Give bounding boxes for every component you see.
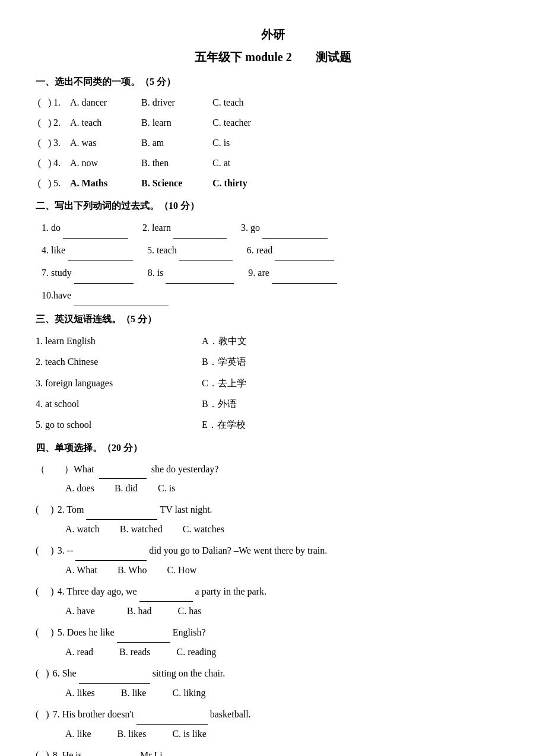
option-a: A. was	[70, 134, 141, 153]
option-a: A. watch	[65, 524, 100, 534]
option-b: B. driver	[141, 93, 212, 112]
answer-blank	[86, 500, 157, 520]
list-item: 2. teach Chinese	[36, 351, 202, 372]
question-options: A. like B. likes C. is like	[65, 725, 510, 744]
question-stem: ( ) 7. His brother doesn't basketball.	[36, 705, 510, 725]
question-text: did you go to Dalian? –We went there by …	[149, 541, 327, 560]
option-a: A. have	[65, 606, 95, 616]
match-left-col: 1. learn English 2. teach Chinese 3. for…	[36, 331, 202, 435]
item-num: 1. do	[42, 217, 61, 238]
answer-blank	[272, 262, 337, 284]
option-a: A. like	[65, 729, 91, 739]
table-row: ( ) 3. -- did you go to Dalian? –We went…	[36, 541, 510, 580]
table-row: ( ) 2. Tom TV last night. A. watch B. wa…	[36, 500, 510, 539]
list-item: C．去上学	[202, 373, 247, 393]
table-row: ( ) 5. Does he like English? A. read B. …	[36, 623, 510, 662]
option-c: C. thirty	[212, 174, 284, 193]
page-title: 外研	[36, 24, 510, 45]
option-c: C. watches	[183, 524, 224, 534]
option-c: C. liking	[172, 688, 205, 698]
option-c: C. has	[178, 606, 202, 616]
option-b: B. am	[141, 134, 212, 153]
table-row: ( ) 1. A. dancer B. driver C. teach	[36, 93, 510, 112]
option-b: B. did	[115, 483, 138, 493]
question-stem: ( ) 4. Three day ago, we a party in the …	[36, 582, 510, 602]
item-num: 3. go	[241, 217, 260, 238]
answer-blank	[75, 541, 147, 561]
option-c: C. at	[212, 154, 284, 173]
question-text: 4. Three day ago, we	[58, 582, 137, 601]
answer-paren: ( )	[36, 746, 49, 756]
question-options: A. likes B. like C. liking	[65, 684, 510, 703]
option-b: B. had	[127, 606, 152, 616]
answer-paren: ( )	[36, 582, 54, 601]
list-item: E．在学校	[202, 414, 247, 435]
question-options: A. watch B. watched C. watches	[65, 520, 510, 539]
table-row: 4. like 5. teach 6. read	[36, 240, 510, 261]
option-c: C. is like	[172, 729, 206, 739]
question-text: What she do yesterday?	[74, 459, 218, 479]
q-num: 1.	[53, 93, 70, 112]
list-item: 4. at school	[36, 393, 202, 414]
page-subtitle: 五年级下 module 2 测试题	[36, 46, 510, 68]
item-num: 2. learn	[142, 217, 171, 238]
question-stem: ( ) 2. Tom TV last night.	[36, 500, 510, 520]
question-text: a party in the park.	[195, 582, 266, 601]
option-a: A. What	[65, 565, 97, 575]
answer-blank	[136, 705, 208, 725]
option-c: C. reading	[177, 647, 217, 657]
question-stem: ( ) 6. She sitting on the chair.	[36, 664, 510, 684]
table-row: 1. do 2. learn 3. go	[36, 217, 510, 239]
table-row: ( ) 5. A. Maths B. Science C. thirty	[36, 174, 510, 193]
answer-blank	[68, 240, 133, 261]
answer-paren: ( )	[36, 93, 53, 112]
option-a: A. Maths	[70, 174, 141, 193]
match-right-col: A．教中文 B．学英语 C．去上学 B．外语 E．在学校	[202, 331, 247, 435]
answer-blank	[166, 262, 234, 284]
table-row: ( ) 2. A. teach B. learn C. teacher	[36, 113, 510, 132]
answer-blank	[79, 664, 150, 684]
option-a: A. now	[70, 154, 141, 173]
table-row: ( ) 3. A. was B. am C. is	[36, 134, 510, 153]
list-item: B．外语	[202, 393, 247, 414]
section2-content: 1. do 2. learn 3. go 4. like 5. teach 6.…	[36, 217, 510, 307]
table-row: （ ） What she do yesterday? A. does B. di…	[36, 459, 510, 498]
option-a: A. dancer	[70, 93, 141, 112]
answer-blank	[74, 285, 169, 306]
q-num: 2.	[53, 113, 70, 132]
question-text: 7. His brother doesn't	[53, 705, 134, 724]
answer-paren: ( )	[36, 541, 54, 560]
answer-paren: ( )	[36, 134, 53, 153]
question-stem: （ ） What she do yesterday?	[36, 459, 510, 479]
list-item: A．教中文	[202, 331, 247, 351]
option-b: B. then	[141, 154, 212, 173]
answer-paren: ( )	[36, 705, 49, 724]
table-row: ( ) 7. His brother doesn't basketball. A…	[36, 705, 510, 744]
option-a: A. likes	[65, 688, 95, 698]
answer-paren: ( )	[36, 664, 49, 683]
item-num: 5. teach	[147, 240, 177, 261]
question-text: English?	[173, 623, 206, 642]
question-options: A. What B. Who C. How	[65, 561, 510, 580]
option-b: B. like	[121, 688, 147, 698]
option-a: A. teach	[70, 113, 141, 132]
answer-paren: （ ）	[36, 460, 74, 479]
section1-questions: ( ) 1. A. dancer B. driver C. teach ( ) …	[36, 93, 510, 193]
table-row: ( ) 4. A. now B. then C. at	[36, 154, 510, 173]
question-text: 6. She	[53, 664, 77, 683]
question-text: sitting on the chair.	[153, 664, 226, 683]
table-row: ( ) 4. Three day ago, we a party in the …	[36, 582, 510, 621]
option-b: B. likes	[118, 729, 147, 739]
answer-paren: ( )	[36, 113, 53, 132]
answer-blank	[63, 217, 128, 239]
item-num: 10.have	[42, 285, 71, 306]
answer-blank	[84, 746, 138, 756]
answer-blank	[275, 240, 334, 261]
q-num: 2. Tom	[58, 500, 84, 519]
answer-paren: ( )	[36, 174, 53, 193]
question-stem: ( ) 3. -- did you go to Dalian? –We went…	[36, 541, 510, 561]
table-row: 7. study 8. is 9. are	[36, 262, 510, 284]
question-options: A. have B. had C. has	[65, 602, 510, 621]
option-a: A. read	[65, 647, 93, 657]
question-text: 5. Does he like	[58, 623, 115, 642]
